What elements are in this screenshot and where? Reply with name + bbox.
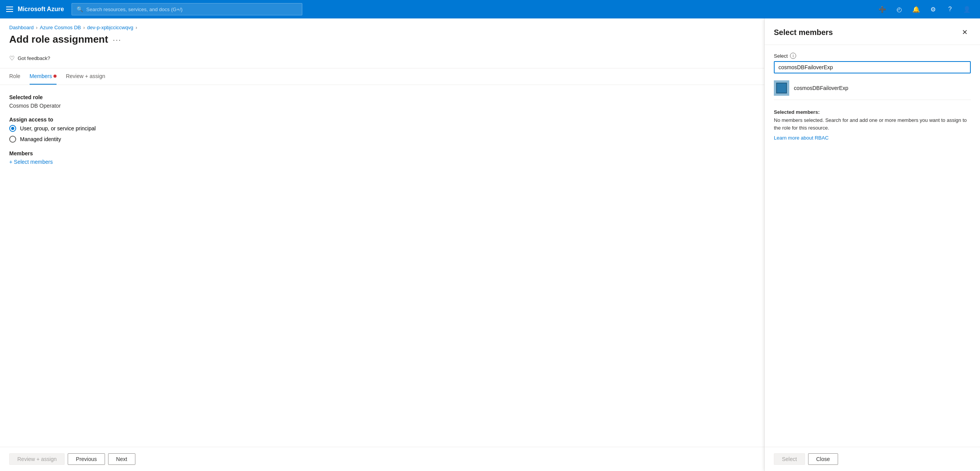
hamburger-menu[interactable] [6, 7, 13, 12]
tab-role[interactable]: Role [9, 68, 20, 85]
help-icon[interactable]: ? [943, 2, 957, 16]
top-navigation: Microsoft Azure 🔍 ➕ ◴ 🔔 ⚙ ? 👤 [0, 0, 980, 18]
settings-icon[interactable]: ⚙ [926, 2, 940, 16]
brand-name: Microsoft Azure [18, 6, 64, 13]
page-header: Add role assignment ··· [0, 30, 764, 52]
access-radio-group: User, group, or service principal Manage… [9, 125, 755, 143]
bottom-bar: Review + assign Previous Next [0, 447, 764, 471]
tab-members[interactable]: Members [30, 68, 57, 85]
search-results: cosmosDBFailoverExp [774, 77, 971, 100]
tabs-container: Role Members Review + assign [0, 68, 764, 85]
page-title: Add role assignment [9, 33, 108, 45]
radio-managed-identity[interactable]: Managed identity [9, 136, 755, 143]
field-info-icon[interactable]: i [790, 53, 796, 59]
tab-review-assign[interactable]: Review + assign [66, 68, 105, 85]
right-panel-flyout: Select members ✕ Select i cosmosDBFailov… [765, 18, 980, 471]
breadcrumb-sep-1: › [36, 25, 38, 30]
assign-access-section: Assign access to User, group, or service… [9, 117, 755, 143]
radio-managed-identity-circle [9, 136, 16, 143]
flyout-footer: Select Close [765, 447, 980, 471]
flyout-search-input[interactable] [774, 61, 971, 73]
selected-role-value: Cosmos DB Operator [9, 103, 755, 109]
search-icon: 🔍 [77, 6, 83, 12]
result-icon-inner [776, 83, 787, 93]
review-assign-button: Review + assign [9, 453, 65, 465]
left-panel: Dashboard › Azure Cosmos DB › dev-p-xpbj… [0, 18, 765, 471]
radio-user-group-label: User, group, or service principal [20, 125, 96, 131]
terminal-icon[interactable]: ➕ [875, 2, 889, 16]
select-members-link[interactable]: + Select members [9, 159, 755, 165]
radio-user-group-circle [9, 125, 16, 132]
flyout-header: Select members ✕ [765, 18, 980, 45]
selected-members-title: Selected members: [774, 109, 971, 115]
feedback-bar: ♡ Got feedback? [0, 52, 764, 68]
breadcrumb-dashboard[interactable]: Dashboard [9, 25, 34, 30]
rbac-learn-more-link[interactable]: Learn more about RBAC [774, 135, 828, 141]
flyout-close-button[interactable]: ✕ [958, 26, 971, 38]
feedback-heart-icon: ♡ [9, 55, 15, 62]
assign-access-label: Assign access to [9, 117, 755, 123]
breadcrumb-sep-2: › [83, 25, 85, 30]
flyout-select-button: Select [774, 453, 805, 465]
members-section-label: Members [9, 150, 755, 156]
search-result-item[interactable]: cosmosDBFailoverExp [774, 77, 971, 100]
form-content: Selected role Cosmos DB Operator Assign … [0, 85, 764, 447]
result-icon [774, 80, 789, 96]
page-header-more-menu[interactable]: ··· [113, 35, 122, 44]
radio-managed-identity-label: Managed identity [20, 136, 61, 142]
flyout-title: Select members [774, 28, 833, 37]
radio-user-group[interactable]: User, group, or service principal [9, 125, 755, 132]
breadcrumb-resource[interactable]: dev-p-xpbjcciccwqvg [87, 25, 133, 30]
breadcrumb-cosmos[interactable]: Azure Cosmos DB [40, 25, 81, 30]
previous-button[interactable]: Previous [68, 453, 105, 465]
members-section: Members + Select members [9, 150, 755, 165]
feedback-text[interactable]: Got feedback? [18, 55, 50, 61]
selected-members-section: Selected members: No members selected. S… [774, 109, 971, 141]
flyout-body: Select i cosmosDBFailoverExp Selected me… [765, 45, 980, 447]
nav-icons: ➕ ◴ 🔔 ⚙ ? 👤 [875, 2, 974, 16]
breadcrumb: Dashboard › Azure Cosmos DB › dev-p-xpbj… [0, 18, 764, 30]
next-button[interactable]: Next [108, 453, 135, 465]
selected-role-section: Selected role Cosmos DB Operator [9, 94, 755, 109]
selected-members-desc: No members selected. Search for and add … [774, 117, 971, 131]
portal-icon[interactable]: ◴ [892, 2, 906, 16]
notifications-icon[interactable]: 🔔 [909, 2, 923, 16]
account-icon[interactable]: 👤 [960, 2, 974, 16]
search-bar[interactable]: 🔍 [72, 3, 302, 15]
members-dot [53, 75, 57, 78]
flyout-close-btn[interactable]: Close [808, 453, 838, 465]
flyout-field-label: Select i [774, 53, 971, 59]
result-name: cosmosDBFailoverExp [794, 85, 848, 91]
search-input[interactable] [86, 7, 297, 12]
selected-role-label: Selected role [9, 94, 755, 100]
breadcrumb-sep-3: › [135, 25, 137, 30]
main-layout: Dashboard › Azure Cosmos DB › dev-p-xpbj… [0, 18, 980, 471]
